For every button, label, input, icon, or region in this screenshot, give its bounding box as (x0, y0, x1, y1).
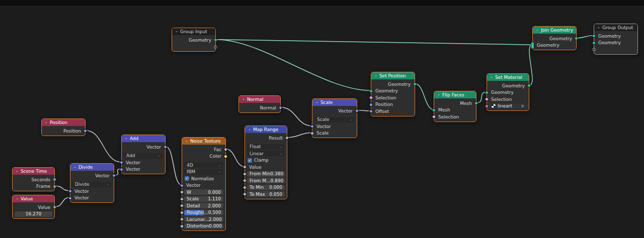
add-dropdown[interactable]: Add⌄ (124, 153, 163, 159)
socket-label: Geometry (388, 82, 411, 87)
checkbox-label: Clamp (254, 158, 269, 163)
node-link (216, 40, 532, 45)
field-value: 0.000 (269, 185, 282, 190)
node-header[interactable]: ⌄Position (42, 119, 85, 126)
node-header[interactable]: ⌄Group Input (172, 28, 215, 35)
divide-dropdown[interactable]: Divide⌄ (72, 182, 112, 187)
field-label: To Min (250, 185, 264, 190)
number-field[interactable]: W0.000 (184, 189, 223, 195)
node-header[interactable]: ⌄Scale (312, 99, 357, 106)
noise-texture-dropdown[interactable]: fBM⌄ (184, 169, 223, 175)
socket-virtual[interactable] (214, 45, 217, 49)
node-row: Geometry (533, 42, 576, 49)
node-header[interactable]: ⌄Normal (239, 96, 280, 103)
node-set-material[interactable]: ⌄Set MaterialGeometryGeometrySelectionli… (487, 73, 529, 111)
socket-Geometry[interactable] (531, 42, 534, 49)
node-link (216, 40, 371, 91)
number-field[interactable]: Lacunar...2.000 (184, 216, 223, 222)
node-group-output[interactable]: ⌄Group OutputGeometryGeometry (594, 24, 638, 55)
node-row: Vector (182, 182, 225, 189)
number-field[interactable]: Distortion0.000 (184, 223, 223, 229)
number-field[interactable]: Scale1.110 (184, 196, 223, 202)
node-map-range[interactable]: ⌄Map RangeResultFloat⌄Linear⌄✓ClampValue… (245, 126, 287, 199)
socket-label: Geometry (598, 40, 621, 45)
node-noise-texture[interactable]: ⌄Noise TextureFacColor4D⌄fBM⌄✓NormalizeV… (182, 137, 226, 231)
socket-label: Vector (74, 195, 89, 200)
dropdown-value: Divide (75, 182, 90, 187)
node-row: Scale1.110 (182, 196, 225, 203)
node-title: Join Geometry (541, 28, 573, 33)
node-header[interactable]: ⌄Map Range (245, 126, 287, 133)
node-header[interactable]: ⌄Noise Texture (182, 138, 225, 145)
map-range-dropdown[interactable]: Linear⌄ (247, 151, 285, 156)
node-row: Scale⌄ (312, 116, 357, 124)
socket-Mesh[interactable] (432, 108, 436, 112)
number-field[interactable]: Detail2.000 (184, 203, 223, 208)
clamp-checkbox[interactable]: ✓ (248, 158, 252, 163)
node-header[interactable]: ⌄Set Material (487, 74, 529, 81)
node-header[interactable]: ⌄Group Output (594, 24, 637, 31)
node-row: ✓Clamp (245, 157, 287, 164)
node-scale[interactable]: ⌄ScaleVectorScale⌄VectorScale (312, 98, 357, 138)
noise-texture-dropdown[interactable]: 4D⌄ (184, 162, 223, 168)
node-set-position[interactable]: ⌄Set PositionGeometryGeometrySelectionPo… (371, 72, 415, 116)
node-row: Color (182, 153, 225, 160)
node-header[interactable]: ⌄Value (13, 195, 54, 202)
material-selector[interactable]: lineart× (489, 103, 527, 109)
node-add[interactable]: ⌄AddVectorAdd⌄VectorVector (121, 135, 166, 174)
node-header[interactable]: ⌄Set Position (371, 72, 415, 79)
collapse-chevron-icon: ⌄ (597, 26, 600, 29)
node-row: To Min0.000 (245, 184, 287, 191)
node-value[interactable]: ⌄ValueValue16.270 (12, 195, 55, 219)
node-flip-faces[interactable]: ⌄Flip FacesMeshMeshSelection (434, 91, 476, 122)
number-field[interactable]: To Min0.000 (247, 185, 285, 190)
scale-dropdown[interactable]: Scale⌄ (314, 117, 355, 123)
socket-label: Vector (126, 167, 140, 172)
socket-Geometry[interactable] (369, 89, 373, 93)
node-header[interactable]: ⌄Divide (70, 164, 114, 171)
socket-Geometry[interactable] (485, 91, 489, 94)
socket-label: Vector (126, 160, 140, 165)
node-header[interactable]: ⌄Scene Time (13, 168, 54, 175)
number-field[interactable]: To Max0.050 (247, 191, 285, 197)
map-range-dropdown[interactable]: Float⌄ (247, 144, 285, 150)
node-header[interactable]: ⌄Add (122, 135, 165, 142)
node-row: Linear⌄ (245, 150, 287, 157)
node-scene-time[interactable]: ⌄Scene TimeSecondsFrame (12, 167, 55, 191)
node-link (226, 149, 245, 167)
collapse-chevron-icon: ⌄ (315, 100, 318, 104)
node-header[interactable]: ⌄Join Geometry (533, 27, 576, 34)
node-join-geometry[interactable]: ⌄Join GeometryGeometryGeometry (532, 26, 577, 50)
node-position[interactable]: ⌄PositionPosition (41, 118, 86, 136)
node-divide[interactable]: ⌄DivideVectorDivide⌄VectorVector (70, 163, 114, 203)
number-field[interactable]: 16.270 (15, 211, 52, 217)
node-row: Offset (371, 108, 415, 115)
field-value: 0.380 (270, 171, 283, 176)
node-row: Selection (434, 113, 476, 121)
normalize-checkbox[interactable]: ✓ (185, 176, 189, 181)
socket-label: Offset (375, 109, 389, 114)
node-row: Result (245, 135, 287, 142)
number-field[interactable]: Roughn...0.500 (184, 210, 223, 215)
number-field[interactable]: From M...0.890 (247, 178, 285, 183)
node-group-input[interactable]: ⌄Group InputGeometry (172, 28, 216, 52)
socket-label: Geometry (375, 88, 398, 93)
chevron-down-icon: ⌄ (350, 117, 352, 122)
node-link (287, 133, 312, 138)
number-field[interactable]: From Min0.380 (247, 171, 285, 177)
node-header[interactable]: ⌄Flip Faces (434, 91, 476, 98)
socket-virtual[interactable] (592, 48, 596, 51)
field-value: 0.890 (271, 178, 284, 183)
socket-virtual[interactable] (485, 104, 489, 108)
socket-Frame[interactable] (53, 185, 56, 188)
node-link (55, 197, 70, 207)
socket-Geometry[interactable] (592, 41, 596, 45)
node-editor-canvas[interactable]: ⌄Group InputGeometry⌄PositionPosition⌄Sc… (0, 0, 644, 238)
node-row: lineart× (487, 103, 529, 110)
node-normal[interactable]: ⌄NormalNormal (238, 95, 281, 113)
field-value: 2.000 (208, 203, 221, 208)
node-title: Group Input (180, 30, 207, 34)
field-label: Detail (187, 203, 200, 208)
node-row: Normal (239, 104, 280, 111)
node-title: Set Position (379, 74, 406, 78)
